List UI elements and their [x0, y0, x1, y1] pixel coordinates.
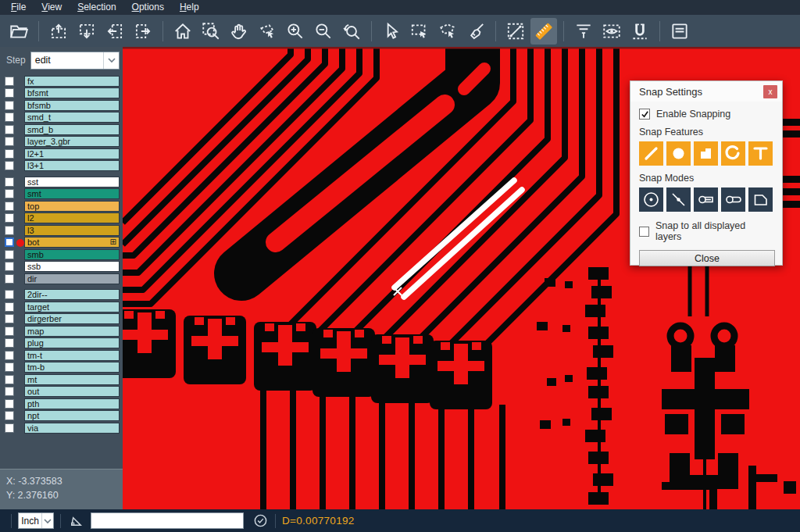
home-icon[interactable]: [170, 18, 196, 45]
layer-checkbox-bfsmt[interactable]: [5, 88, 14, 98]
layer-label-pth[interactable]: pth: [24, 398, 120, 409]
layer-checkbox-l2[interactable]: [5, 213, 14, 223]
menu-selection[interactable]: Selection: [70, 0, 123, 15]
pan-left-icon[interactable]: [102, 18, 128, 45]
angle-measure-icon[interactable]: [67, 512, 84, 530]
zoom-previous-icon[interactable]: [338, 18, 365, 45]
layer-checkbox-tm-t[interactable]: [5, 351, 14, 360]
layer-checkbox-dirgerber[interactable]: [5, 314, 14, 323]
pan-right-icon[interactable]: [130, 18, 156, 45]
measure-line-icon[interactable]: [502, 18, 529, 45]
all-layers-checkbox[interactable]: [639, 227, 649, 237]
pan-hand-icon[interactable]: [226, 18, 252, 45]
layer-label-plug[interactable]: plug: [24, 337, 120, 348]
snap-corner-button[interactable]: [694, 141, 718, 166]
mode-slot-end-button[interactable]: [694, 187, 718, 212]
layer-label-sst[interactable]: sst: [24, 177, 120, 187]
layer-checkbox-mt[interactable]: [5, 375, 14, 384]
layer-label-smb[interactable]: smb: [24, 249, 120, 260]
layer-label-top[interactable]: top: [24, 201, 120, 212]
layer-checkbox-bot[interactable]: [5, 237, 14, 247]
layer-label-bfsmb[interactable]: bfsmb: [24, 100, 120, 111]
layer-label-2dir--[interactable]: 2dir--: [24, 289, 120, 300]
layer-label-dirgerber[interactable]: dirgerber: [24, 313, 120, 324]
zoom-in-icon[interactable]: [282, 18, 309, 45]
layer-label-dir[interactable]: dir: [24, 273, 120, 284]
layer-label-l3[interactable]: l3: [24, 225, 120, 236]
menu-help[interactable]: Help: [172, 0, 207, 15]
mode-center-button[interactable]: [639, 187, 663, 212]
dialog-titlebar[interactable]: Snap Settings x: [630, 81, 782, 102]
layer-checkbox-plug[interactable]: [5, 338, 14, 348]
menu-view[interactable]: View: [34, 0, 70, 15]
command-input[interactable]: [91, 512, 244, 529]
enable-snapping-checkbox[interactable]: [639, 109, 650, 120]
layer-label-out[interactable]: out: [24, 386, 120, 397]
layer-checkbox-dir[interactable]: [5, 274, 14, 284]
layer-checkbox-l3+1[interactable]: [5, 161, 14, 170]
unit-select[interactable]: Inch: [18, 512, 54, 529]
snap-text-button[interactable]: [748, 141, 773, 166]
menu-file[interactable]: File: [3, 0, 34, 15]
layer-label-fx[interactable]: fx: [24, 76, 120, 87]
layer-label-bot[interactable]: bot⊞: [24, 237, 120, 248]
layer-checkbox-map[interactable]: [5, 327, 14, 336]
layer-label-target[interactable]: target: [24, 302, 120, 312]
layer-label-map[interactable]: map: [24, 326, 120, 337]
brush-clean-icon[interactable]: [462, 18, 489, 45]
layer-label-smd_b[interactable]: smd_b: [24, 124, 120, 135]
layer-label-smt[interactable]: smt: [24, 188, 120, 199]
layer-checkbox-top[interactable]: [5, 202, 14, 211]
view-selection-icon[interactable]: [598, 18, 625, 45]
layer-checkbox-bfsmb[interactable]: [5, 101, 14, 110]
layer-checkbox-tm-b[interactable]: [5, 362, 14, 372]
select-arrow-icon[interactable]: [378, 18, 405, 45]
zoom-out-icon[interactable]: [310, 18, 337, 45]
layer-label-ssb[interactable]: ssb: [24, 261, 120, 272]
mode-slot-button[interactable]: [721, 187, 745, 212]
layer-label-tm-b[interactable]: tm-b: [24, 362, 120, 373]
layer-label-mt[interactable]: mt: [24, 374, 120, 385]
layer-label-tm-t[interactable]: tm-t: [24, 350, 120, 361]
layer-label-npt[interactable]: npt: [24, 410, 120, 421]
layer-checkbox-2dir--[interactable]: [5, 290, 14, 299]
chevron-down-icon[interactable]: [103, 52, 119, 69]
layer-checkbox-target[interactable]: [5, 302, 14, 312]
layer-checkbox-npt[interactable]: [5, 411, 14, 420]
snap-pad-button[interactable]: [666, 141, 691, 166]
open-folder-icon[interactable]: [5, 18, 32, 45]
layer-checkbox-pth[interactable]: [5, 399, 14, 409]
report-icon[interactable]: [666, 18, 693, 45]
layer-label-via[interactable]: via: [24, 423, 120, 434]
pan-down-icon[interactable]: [73, 18, 100, 45]
mode-midpoint-button[interactable]: [666, 187, 691, 212]
close-button[interactable]: Close: [639, 250, 775, 266]
layer-checkbox-ssb[interactable]: [5, 262, 14, 271]
layer-checkbox-via[interactable]: [5, 423, 14, 433]
layer-checkbox-sst[interactable]: [5, 177, 14, 187]
layer-checkbox-l3[interactable]: [5, 226, 14, 235]
step-select[interactable]: edit: [30, 52, 120, 70]
close-icon[interactable]: x: [763, 85, 777, 98]
snap-line-button[interactable]: [639, 141, 663, 166]
layer-label-l2+1[interactable]: l2+1: [24, 148, 120, 159]
magnet-icon[interactable]: [627, 18, 653, 45]
apply-check-icon[interactable]: [252, 512, 269, 530]
pan-up-icon[interactable]: [45, 18, 72, 45]
layer-checkbox-out[interactable]: [5, 387, 14, 396]
menu-options[interactable]: Options: [124, 0, 172, 15]
layer-label-layer_3.gbr[interactable]: layer_3.gbr: [24, 136, 120, 147]
layer-checkbox-l2+1[interactable]: [5, 149, 14, 159]
layer-checkbox-smd_t[interactable]: [5, 112, 14, 122]
layer-label-bfsmt[interactable]: bfsmt: [24, 87, 120, 98]
poly-select-icon[interactable]: [434, 18, 461, 45]
layer-checkbox-smt[interactable]: [5, 189, 14, 198]
area-zoom-icon[interactable]: [254, 18, 280, 45]
snap-arc-button[interactable]: [721, 141, 745, 166]
layer-label-l2[interactable]: l2: [24, 212, 120, 223]
filter-icon[interactable]: [570, 18, 597, 45]
layer-checkbox-fx[interactable]: [5, 77, 14, 86]
mode-contour-button[interactable]: [748, 187, 773, 212]
layer-label-l3+1[interactable]: l3+1: [24, 160, 120, 171]
layer-checkbox-smb[interactable]: [5, 250, 14, 259]
